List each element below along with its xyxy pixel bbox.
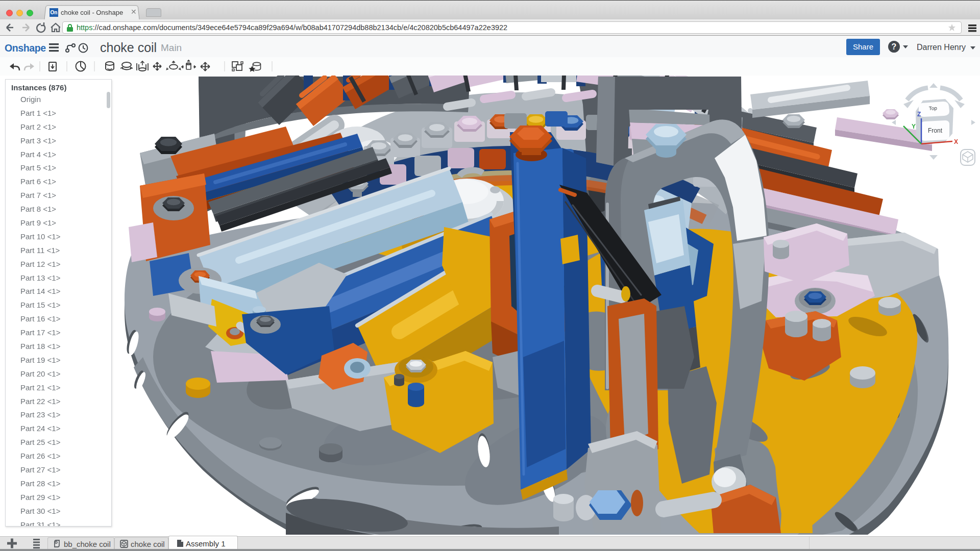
svg-text:Top: Top: [929, 105, 938, 111]
svg-text:Y: Y: [912, 123, 916, 130]
svg-text:Z: Z: [917, 111, 921, 118]
svg-text:X: X: [954, 138, 958, 145]
svg-text:Front: Front: [928, 127, 943, 134]
